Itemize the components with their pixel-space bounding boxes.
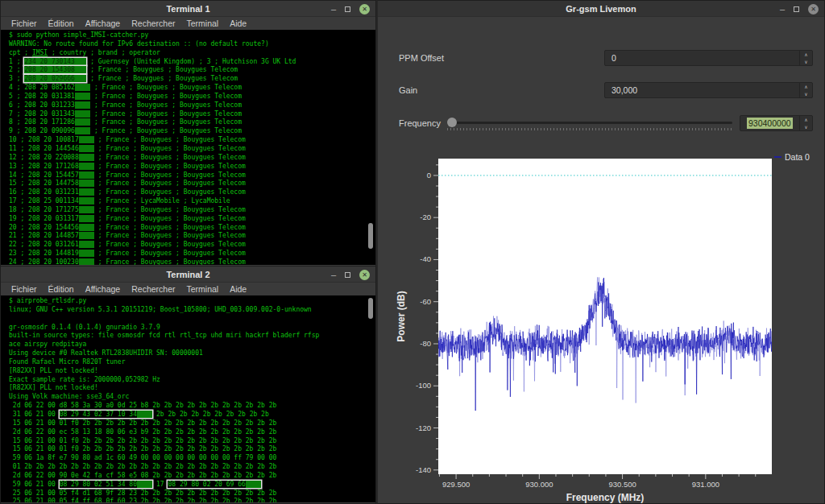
terminal-line: 21 ; 208 20 144857 ; France ; Bouygues ;…	[9, 232, 375, 241]
ppm-offset-value[interactable]: 0	[605, 51, 799, 65]
gain-value[interactable]: 30,000	[605, 83, 799, 97]
terminal-2-titlebar[interactable]: Terminal 2 – ✕	[1, 266, 375, 283]
spin-down-icon[interactable]: ∨	[800, 123, 812, 130]
terminal-line: [R82XX] PLL not locked!	[9, 384, 375, 393]
frequency-value[interactable]: 930400000	[740, 116, 799, 130]
terminal-line: Exact sample rate is: 2000000,052982 Hz	[9, 376, 375, 385]
terminal-line: gr-osmosdr 0.1.4 (0.1.4) gnuradio 3.7.9	[9, 324, 375, 333]
terminal-line: 13 ; 208 20 171268 ; France ; Bouygues ;…	[9, 163, 375, 171]
menu-item-edition[interactable]: Édition	[43, 284, 80, 294]
ppm-offset-spinbox[interactable]: 0 ∧ ∨	[604, 50, 813, 66]
close-icon[interactable]: ✕	[359, 270, 370, 280]
grgsm-livemon-window: Gr-gsm Livemon – ✕ PPM Offset 0 ∧ ∨ Gain…	[376, 0, 825, 504]
spin-up-icon[interactable]: ∧	[800, 116, 812, 123]
terminal-line: 2d 06 22 00 ec 58 13 18 80 06 e3 b9 2b 2…	[9, 428, 375, 437]
y-tick-label: -20	[420, 213, 431, 221]
terminal-2-output[interactable]: $ airprobe_rtlsdr.pylinux; GNU C++ versi…	[1, 295, 375, 502]
menu-item-fichier[interactable]: Fichier	[6, 284, 43, 294]
menu-item-aide[interactable]: Aide	[224, 19, 252, 28]
maximize-icon[interactable]	[345, 6, 350, 12]
terminal-line: 15 06 21 00 01 f0 2b 2b 2b 2b 2b 2b 2b 2…	[9, 437, 375, 446]
x-axis-title: Frequency (MHz)	[566, 492, 645, 503]
terminal-line: 10 ; 208 20 100817 ; France ; Bouygues ;…	[9, 136, 375, 145]
terminal-line: 2 ; 208 20 154308 ; France ; Bouygues ; …	[9, 66, 375, 75]
menu-item-aide[interactable]: Aide	[224, 284, 252, 294]
terminal-line: ace airspy redpitaya	[9, 341, 375, 349]
terminal-1-titlebar[interactable]: Terminal 1 – ✕	[1, 1, 375, 17]
terminal-line: cpt ; IMSI ; country ; brand ; operator	[9, 49, 375, 58]
terminal-line: Found Rafael Micro R820T tuner	[9, 358, 375, 367]
menu-item-terminal[interactable]: Terminal	[181, 284, 225, 294]
menu-item-fichier[interactable]: Fichier	[6, 19, 43, 28]
terminal-line: 19 ; 208 20 031317 ; France ; Bouygues ;…	[9, 215, 375, 224]
menu-item-terminal[interactable]: Terminal	[181, 19, 225, 28]
terminal-2-menubar: FichierÉditionAffichageRechercherTermina…	[1, 283, 375, 295]
terminal-2-scroll-handle[interactable]	[368, 298, 373, 319]
frequency-spin-arrows[interactable]: ∧ ∨	[799, 116, 812, 130]
terminal-line: 3 ; 208 20 029666 ; France ; Bouygues ; …	[9, 75, 375, 84]
maximize-icon[interactable]	[345, 272, 350, 278]
grgsm-titlebar[interactable]: Gr-gsm Livemon – ✕	[378, 1, 824, 17]
menu-item-rechercher[interactable]: Rechercher	[126, 19, 180, 28]
terminal-line: 17 ; 208 25 001134 ; France ; LycaMobile…	[9, 197, 375, 206]
terminal-1-window: Terminal 1 – ✕ FichierÉditionAffichageRe…	[0, 0, 376, 266]
terminal-line: 24 ; 208 20 100230 ; France ; Bouygues ;…	[9, 258, 375, 265]
terminal-line: 5 ; 208 20 031381 ; France ; Bouygues ; …	[9, 93, 375, 101]
terminal-line: 15 ; 208 20 144758 ; France ; Bouygues ;…	[9, 180, 375, 188]
terminal-line: 12 ; 208 20 220088 ; France ; Bouygues ;…	[9, 154, 375, 163]
x-tick-label: 930.000	[525, 480, 553, 489]
terminal-line: 20 ; 208 20 154456 ; France ; Bouygues ;…	[9, 224, 375, 233]
frequency-slider-handle[interactable]	[447, 118, 457, 127]
terminal-1-scroll-handle[interactable]	[368, 223, 373, 249]
gain-spinbox[interactable]: 30,000 ∧ ∨	[604, 82, 813, 98]
close-icon[interactable]: ✕	[359, 4, 370, 14]
minimize-icon[interactable]: –	[331, 5, 336, 13]
spin-down-icon[interactable]: ∨	[800, 90, 812, 97]
terminal-line: 8 ; 208 20 171286 ; France ; Bouygues ; …	[9, 118, 375, 127]
x-tick-label: 930.500	[608, 480, 636, 489]
terminal-line: WARNING: No route found for IPv6 destina…	[9, 40, 375, 49]
terminal-line: 2d 06 22 00 90 0e 42 fa cf 58 e5 08 2b 2…	[9, 472, 375, 481]
menu-item-affichage[interactable]: Affichage	[80, 19, 126, 28]
x-tick-label: 931.000	[692, 480, 719, 489]
maximize-icon[interactable]	[794, 6, 799, 12]
gain-label: Gain	[399, 85, 417, 95]
terminal-line: 7 ; 208 20 031343 ; France ; Bouygues ; …	[9, 110, 375, 119]
menu-item-affichage[interactable]: Affichage	[80, 284, 126, 294]
terminal-2-window: Terminal 2 – ✕ FichierÉditionAffichageRe…	[0, 266, 376, 504]
gain-spin-arrows[interactable]: ∧ ∨	[799, 83, 812, 97]
y-tick-label: -60	[420, 297, 431, 306]
terminal-line: 25 06 21 00 05 f4 ff 68 0f 60 23 2b 2b 2…	[9, 498, 375, 502]
frequency-label: Frequency	[399, 118, 441, 128]
ppm-offset-label: PPM Offset	[399, 53, 444, 63]
frequency-slider[interactable]	[447, 122, 732, 124]
close-icon[interactable]: ✕	[808, 4, 819, 14]
minimize-icon[interactable]: –	[331, 271, 336, 279]
terminal-line: 14 ; 208 20 154457 ; France ; Bouygues ;…	[9, 171, 375, 180]
legend-label: Data 0	[785, 152, 810, 162]
menu-item-edition[interactable]: Édition	[43, 19, 80, 28]
frequency-spinbox[interactable]: 930400000 ∧ ∨	[740, 115, 813, 131]
y-tick-label: -120	[416, 423, 431, 432]
minimize-icon[interactable]: –	[780, 5, 785, 13]
spin-up-icon[interactable]: ∧	[800, 51, 812, 58]
terminal-1-scrollbar[interactable]	[367, 31, 374, 264]
terminal-line: 11 ; 208 20 144546 ; France ; Bouygues ;…	[9, 145, 375, 154]
ppm-offset-spin-arrows[interactable]: ∧ ∨	[799, 51, 812, 65]
terminal-line: 59 06 21 00 08 29 80 02 51 34 80 17 08 2…	[9, 481, 375, 490]
terminal-2-scrollbar[interactable]	[367, 296, 374, 502]
terminal-line: 31 06 21 00 08 29 43 02 37 10 34 2b 2b 2…	[9, 411, 375, 419]
spin-down-icon[interactable]: ∨	[800, 58, 812, 65]
terminal-line: Using Volk machine: sse3_64_orc	[9, 393, 375, 402]
terminal-line: Using device #0 Realtek RTL2838UHIDIR SN…	[9, 349, 375, 358]
terminal-line: $ sudo python simple_IMSI-catcher.py	[9, 31, 375, 40]
menu-item-rechercher[interactable]: Rechercher	[126, 284, 180, 294]
terminal-line: [R82XX] PLL not locked!	[9, 367, 375, 376]
x-tick-label: 929.500	[442, 480, 470, 489]
terminal-1-output[interactable]: $ sudo python simple_IMSI-catcher.pyWARN…	[1, 30, 375, 265]
spin-up-icon[interactable]: ∧	[800, 83, 812, 90]
y-tick-label: -40	[420, 254, 431, 263]
y-tick-label: -100	[416, 381, 431, 390]
y-axis-title: Power (dB)	[396, 291, 407, 341]
terminal-line: 9 ; 208 20 090096 ; France ; Bouygues ; …	[9, 127, 375, 136]
